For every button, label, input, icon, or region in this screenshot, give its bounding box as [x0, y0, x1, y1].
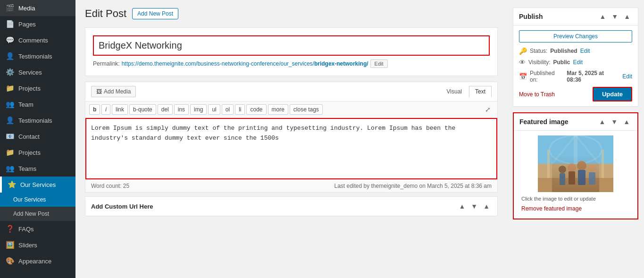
- tab-text[interactable]: Text: [469, 86, 492, 97]
- sidebar: 🎬 Media 📄 Pages 💬 Comments 👤 Testimonial…: [0, 0, 75, 278]
- main-content: Edit Post Add New Post Permalink: https:…: [75, 0, 507, 278]
- publish-collapse-down[interactable]: ▼: [610, 12, 620, 21]
- fmt-link[interactable]: link: [112, 104, 128, 115]
- featured-image-box: Featured image ▲ ▼ ▲: [513, 112, 638, 219]
- svg-point-10: [577, 161, 586, 170]
- status-row: 🔑 Status: Published Edit: [519, 47, 632, 55]
- svg-rect-2: [538, 178, 613, 192]
- visibility-row: 👁 Visibility: Public Edit: [519, 59, 632, 66]
- published-row: 📅 Published on: Mar 5, 2025 at 08:36 Edi…: [519, 70, 632, 83]
- featured-collapse-toggle[interactable]: ▲: [621, 117, 632, 126]
- comments-icon: 💬: [6, 36, 15, 44]
- svg-rect-11: [578, 170, 585, 185]
- visibility-edit-link[interactable]: Edit: [573, 59, 583, 66]
- featured-collapse-buttons: ▲ ▼ ▲: [597, 117, 632, 126]
- sliders-icon: 🖼️: [6, 241, 15, 249]
- appearance-icon: 🎨: [6, 257, 15, 265]
- fmt-code[interactable]: code: [246, 104, 266, 115]
- our-services-icon: ⭐: [8, 180, 17, 189]
- featured-image-hint: Click the image to edit or update: [519, 196, 632, 203]
- svg-rect-5: [602, 150, 604, 178]
- permalink-edit-button[interactable]: Edit: [370, 59, 388, 68]
- status-edit-link[interactable]: Edit: [580, 48, 590, 54]
- sidebar-subitem-add-new[interactable]: Add New Post: [0, 207, 75, 221]
- sidebar-item-faqs[interactable]: ❓ FAQs: [0, 221, 75, 237]
- sidebar-item-contact[interactable]: 📧 Contact: [0, 128, 75, 144]
- update-button[interactable]: Update: [593, 87, 632, 101]
- published-date: Mar 5, 2025 at 08:36: [567, 70, 619, 83]
- sidebar-item-pages[interactable]: 📄 Pages: [0, 16, 75, 32]
- sidebar-item-teams[interactable]: 👥 Teams: [0, 160, 75, 177]
- preview-changes-button[interactable]: Preview Changes: [519, 30, 632, 42]
- fmt-ol[interactable]: ol: [222, 104, 234, 115]
- featured-image-body: Click the image to edit or update Remove…: [514, 131, 637, 219]
- published-edit-link[interactable]: Edit: [622, 73, 632, 80]
- collapse-toggle-button[interactable]: ▲: [481, 202, 492, 211]
- collapse-down-button[interactable]: ▼: [469, 202, 479, 211]
- projects2-icon: 📁: [6, 148, 15, 157]
- fmt-del[interactable]: del: [158, 104, 173, 115]
- fmt-ins[interactable]: ins: [174, 104, 189, 115]
- move-to-trash-button[interactable]: Move to Trash: [519, 91, 555, 98]
- svg-rect-13: [589, 172, 595, 185]
- svg-point-8: [568, 163, 576, 172]
- visibility-value: Public: [553, 59, 570, 66]
- fmt-bold[interactable]: b: [89, 104, 100, 115]
- fmt-italic[interactable]: i: [101, 104, 110, 115]
- fmt-more[interactable]: more: [268, 104, 288, 115]
- sidebar-item-services[interactable]: ⚙️ Services: [0, 64, 75, 80]
- sidebar-subitem-our-services[interactable]: Our Services: [0, 193, 75, 207]
- featured-collapse-up[interactable]: ▲: [597, 117, 607, 126]
- custom-url-title: Add Custom Url Here: [91, 203, 153, 210]
- svg-rect-4: [547, 150, 550, 178]
- permalink-link[interactable]: https://demo.themeignite.com/business-ne…: [122, 60, 368, 67]
- editor-section: 🖼 Add Media Visual Text b i link b-quote…: [85, 82, 498, 193]
- visibility-label: Visibility:: [528, 59, 550, 66]
- post-title-input[interactable]: [93, 35, 490, 56]
- tab-visual[interactable]: Visual: [441, 86, 468, 97]
- add-media-button[interactable]: 🖼 Add Media: [91, 86, 136, 97]
- sidebar-item-comments[interactable]: 💬 Comments: [0, 32, 75, 48]
- sidebar-item-our-services[interactable]: ⭐ Our Services: [0, 177, 75, 193]
- featured-image-title: Featured image: [519, 118, 568, 126]
- sidebar-item-testimonials2[interactable]: 👤 Testimonials: [0, 112, 75, 128]
- media-icon: 🎬: [6, 4, 15, 12]
- sidebar-item-sliders[interactable]: 🖼️ Sliders: [0, 237, 75, 253]
- sidebar-item-team[interactable]: 👥 Team: [0, 96, 75, 112]
- visibility-icon: 👁: [519, 59, 526, 66]
- teams-icon: 👥: [6, 164, 15, 173]
- fmt-bquote[interactable]: b-quote: [129, 104, 156, 115]
- publish-collapse-toggle[interactable]: ▲: [622, 12, 632, 21]
- sidebar-item-testimonials[interactable]: 👤 Testimonials: [0, 48, 75, 64]
- services-icon: ⚙️: [6, 68, 15, 76]
- fmt-close-tags[interactable]: close tags: [290, 104, 323, 115]
- featured-image-svg: [538, 135, 613, 192]
- remove-featured-image-button[interactable]: Remove featured image: [519, 203, 584, 214]
- featured-image-thumbnail[interactable]: [538, 135, 613, 192]
- page-title: Edit Post: [85, 8, 126, 20]
- publish-collapse-up[interactable]: ▲: [597, 12, 608, 21]
- add-new-post-button[interactable]: Add New Post: [132, 8, 178, 19]
- featured-image-header: Featured image ▲ ▼ ▲: [514, 113, 637, 131]
- status-value: Published: [550, 48, 577, 54]
- contact-icon: 📧: [6, 132, 15, 141]
- svg-rect-9: [569, 171, 575, 185]
- publish-box-body: Preview Changes 🔑 Status: Published Edit…: [513, 25, 638, 106]
- page-header: Edit Post Add New Post: [85, 8, 498, 20]
- fmt-li[interactable]: li: [235, 104, 245, 115]
- format-toolbar: b i link b-quote del ins img ul ol li co…: [85, 101, 497, 118]
- fmt-img[interactable]: img: [190, 104, 207, 115]
- sidebar-item-projects[interactable]: 📁 Projects: [0, 80, 75, 96]
- collapse-up-button[interactable]: ▲: [457, 202, 467, 211]
- expand-editor-button[interactable]: ⤢: [482, 104, 493, 115]
- svg-rect-7: [560, 173, 565, 185]
- featured-collapse-down[interactable]: ▼: [609, 117, 619, 126]
- fmt-ul[interactable]: ul: [208, 104, 220, 115]
- sidebar-item-media[interactable]: 🎬 Media: [0, 0, 75, 16]
- editor-body[interactable]: Lorem Ipsum is simply dummy text of the …: [85, 118, 497, 179]
- status-label: Status:: [530, 48, 547, 54]
- publish-title: Publish: [519, 13, 543, 20]
- collapse-buttons: ▲ ▼ ▲: [457, 202, 492, 211]
- sidebar-item-appearance[interactable]: 🎨 Appearance: [0, 253, 75, 269]
- sidebar-item-projects2[interactable]: 📁 Projects: [0, 144, 75, 160]
